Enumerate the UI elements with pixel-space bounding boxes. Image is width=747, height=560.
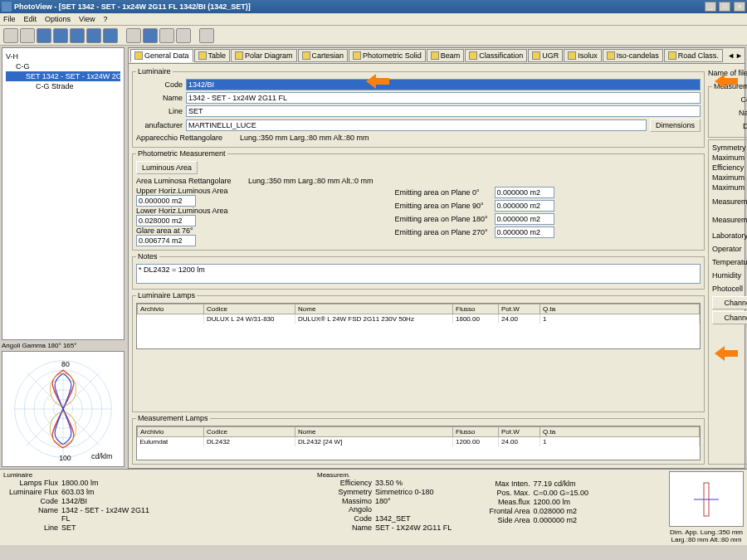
- measurement-lamps-group: Measurement Lamps Archivio Codice Nome F…: [132, 414, 705, 465]
- tab-icon: [532, 51, 540, 60]
- minimize-icon[interactable]: _: [705, 2, 716, 12]
- channel2-button[interactable]: Channel 2: [712, 311, 747, 324]
- tree-node[interactable]: V-H: [6, 51, 120, 61]
- tree-node-selected[interactable]: SET 1342 - SET - 1x24W 2G11 F: [6, 71, 120, 81]
- window-title: PhotoView - [SET 1342 - SET - 1x24W 2G11…: [14, 2, 704, 11]
- toolbar-btn-2[interactable]: [20, 28, 35, 43]
- emit0-input[interactable]: [495, 187, 554, 198]
- polar-chart: 80100 cd/klm: [2, 351, 124, 467]
- scroll-right-icon[interactable]: ►: [735, 51, 743, 60]
- emit90-input[interactable]: [495, 200, 554, 212]
- app-icon: [2, 2, 12, 12]
- scroll-left-icon[interactable]: ◄: [727, 51, 735, 60]
- tree-view[interactable]: V-H C-G SET 1342 - SET - 1x24W 2G11 F C-…: [2, 47, 124, 340]
- table-row[interactable]: EulumdatDL2432DL2432 [24 W]1200.0024.001: [138, 437, 700, 447]
- group-legend: Luminaire: [136, 67, 173, 75]
- tab-general[interactable]: General Data: [130, 49, 193, 62]
- code-input[interactable]: [186, 79, 701, 90]
- menu-edit[interactable]: Edit: [24, 15, 37, 23]
- toolbar-btn-5[interactable]: [70, 28, 85, 43]
- tab-isolux[interactable]: Isolux: [564, 49, 602, 62]
- toolbar-btn-8[interactable]: [126, 28, 141, 43]
- tab-polar[interactable]: Polar Diagram: [231, 49, 297, 62]
- arrow-icon: [715, 346, 738, 361]
- toolbar-btn-stop[interactable]: [199, 28, 214, 43]
- menu-file[interactable]: File: [3, 15, 16, 23]
- toolbar: [0, 26, 747, 46]
- toolbar-btn-4[interactable]: [53, 28, 68, 43]
- manufacturer-input[interactable]: [186, 119, 647, 131]
- tab-icon: [198, 51, 207, 60]
- notes-group: Notes * DL2432 = 1200 lm: [132, 252, 705, 290]
- toolbar-btn-1[interactable]: [3, 28, 18, 43]
- lower-area-input[interactable]: [136, 215, 196, 226]
- tab-icon: [568, 51, 576, 60]
- tab-table[interactable]: Table: [194, 49, 231, 62]
- svg-text:cd/klm: cd/klm: [91, 452, 112, 460]
- svg-text:80: 80: [61, 360, 70, 368]
- group-legend: Luminaire Lamps: [136, 291, 197, 299]
- luminaire-lamps-group: Luminaire Lamps Archivio Codice Nome Flu…: [132, 291, 705, 412]
- close-icon[interactable]: ×: [734, 2, 745, 12]
- tree-node[interactable]: C-G Strade: [6, 81, 120, 91]
- dimension-icon: [669, 471, 744, 527]
- tab-icon: [469, 51, 477, 60]
- dimensions-button[interactable]: Dimensions: [650, 119, 701, 132]
- group-legend: Photometric Measurement: [136, 149, 227, 158]
- tab-icon: [235, 51, 243, 60]
- glare-area-input[interactable]: [136, 235, 196, 246]
- toolbar-btn-3[interactable]: [37, 28, 51, 43]
- group-legend: Notes: [136, 252, 159, 261]
- tab-icon: [134, 51, 143, 60]
- table-row[interactable]: DULUX L 24 W/31-830DULUX® L 24W FSD 2G11…: [138, 314, 700, 324]
- toolbar-btn-11[interactable]: [176, 28, 191, 43]
- tab-class[interactable]: Classification: [465, 49, 527, 62]
- tab-icon: [431, 51, 439, 60]
- notes-textarea[interactable]: * DL2432 = 1200 lm: [136, 264, 701, 284]
- toolbar-btn-10[interactable]: [159, 28, 174, 43]
- meas-lamps-table[interactable]: Archivio Codice Nome Flusso Pot.W Q.ta E…: [136, 426, 701, 460]
- tab-beam[interactable]: Beam: [427, 49, 465, 62]
- maximize-icon[interactable]: □: [719, 2, 730, 12]
- status-bar: Luminaire Lamps Flux1800.00 lm Luminaire…: [0, 469, 747, 545]
- tab-road[interactable]: Road Class.: [664, 49, 723, 62]
- tree-node[interactable]: C-G: [6, 61, 120, 71]
- properties-group: Symmetry TypeSimmetrico 0-180 Maximum Ga…: [708, 139, 747, 465]
- tabstrip: General Data Table Polar Diagram Cartesi…: [128, 47, 745, 64]
- titlebar: PhotoView - [SET 1342 - SET - 1x24W 2G11…: [0, 0, 747, 13]
- upper-area-input[interactable]: [136, 195, 196, 207]
- lum-lamps-table[interactable]: Archivio Codice Nome Flusso Pot.W Q.ta D…: [136, 303, 701, 349]
- tab-cartesian[interactable]: Cartesian: [298, 49, 349, 62]
- tab-icon: [668, 51, 676, 60]
- menu-options[interactable]: Options: [45, 15, 71, 23]
- channel1-button[interactable]: Channel 1: [712, 296, 747, 309]
- toolbar-btn-9[interactable]: [143, 28, 158, 43]
- emit180-input[interactable]: [495, 213, 554, 225]
- menu-help[interactable]: ?: [103, 15, 107, 23]
- svg-text:100: 100: [59, 454, 71, 462]
- line-input[interactable]: [186, 105, 701, 117]
- group-legend: Measurement Lamps: [136, 414, 210, 422]
- svg-marker-16: [715, 346, 738, 361]
- tab-icon: [607, 51, 615, 60]
- luminous-area-button[interactable]: Luminous Area: [136, 161, 198, 174]
- tab-isocand[interactable]: Iso-candelas: [603, 49, 663, 62]
- tab-icon: [302, 51, 310, 60]
- menubar: File Edit Options View ?: [0, 13, 747, 26]
- svg-marker-15: [715, 74, 738, 89]
- measurement-group: Measurem. Code Name Date01/01/1998: [708, 82, 747, 138]
- toolbar-btn-6[interactable]: [86, 28, 101, 43]
- svg-marker-14: [366, 74, 389, 89]
- arrow-icon: [366, 74, 389, 89]
- name-input[interactable]: [186, 92, 701, 104]
- arrow-icon: [715, 74, 738, 89]
- photometric-group: Photometric Measurement Luminous Area Ar…: [132, 149, 705, 251]
- luminaire-group: Luminaire Code Name Line anufacturerDime…: [132, 67, 705, 148]
- menu-view[interactable]: View: [79, 15, 95, 23]
- tab-icon: [353, 51, 361, 60]
- tab-ugr[interactable]: UGR: [528, 49, 563, 62]
- toolbar-btn-7[interactable]: [103, 28, 118, 43]
- polar-caption: Angoli Gamma 180° 165°: [2, 342, 124, 349]
- emit270-input[interactable]: [495, 226, 554, 238]
- tab-photosolid[interactable]: Photometric Solid: [349, 49, 426, 62]
